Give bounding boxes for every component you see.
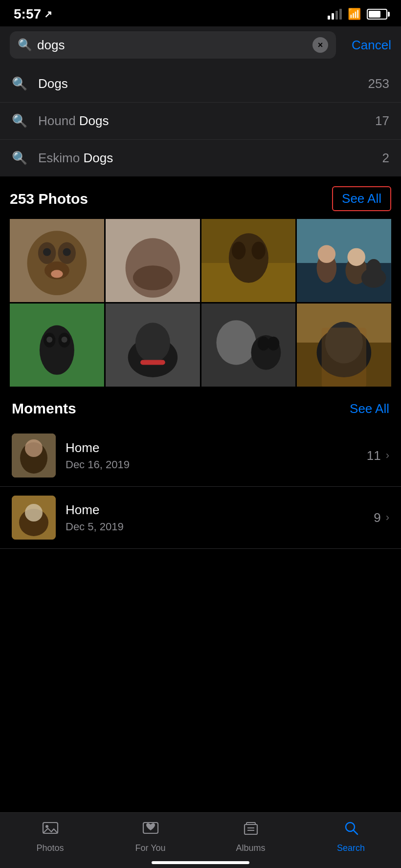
suggestion-count-1: 253 bbox=[368, 76, 389, 91]
cancel-button[interactable]: Cancel bbox=[344, 38, 391, 53]
suggestion-label-1: Dogs bbox=[38, 76, 357, 91]
svg-point-25 bbox=[40, 325, 74, 374]
moment-thumbnail-2 bbox=[12, 496, 56, 540]
battery-icon bbox=[367, 9, 387, 20]
photos-section-title: 253 Photos bbox=[10, 191, 88, 207]
svg-point-35 bbox=[216, 320, 256, 365]
moments-header: Moments See All bbox=[0, 400, 401, 425]
suggestion-label-3: Eskimo Dogs bbox=[38, 151, 372, 166]
moment-info-1: Home Dec 16, 2019 bbox=[66, 440, 357, 471]
photos-section-header: 253 Photos See All bbox=[10, 186, 391, 211]
tab-search[interactable]: Search bbox=[301, 820, 401, 853]
moments-see-all-button[interactable]: See All bbox=[350, 401, 389, 416]
photo-cell-7[interactable] bbox=[201, 304, 296, 387]
tab-photos[interactable]: Photos bbox=[0, 820, 100, 853]
photo-cell-4[interactable] bbox=[297, 219, 391, 302]
moment-item-2[interactable]: Home Dec 5, 2019 9 › bbox=[0, 487, 401, 549]
moment-thumbnail-1 bbox=[12, 434, 56, 477]
for-you-tab-label: For You bbox=[135, 843, 165, 853]
moments-title: Moments bbox=[12, 400, 76, 417]
suggestion-item-dogs[interactable]: 🔍 Dogs 253 bbox=[0, 65, 401, 103]
svg-point-55 bbox=[45, 825, 48, 828]
photos-tab-label: Photos bbox=[36, 843, 64, 853]
search-tab-label: Search bbox=[337, 843, 365, 853]
search-bar[interactable]: 🔍 dogs × bbox=[10, 31, 336, 59]
moment-count-area-1: 11 › bbox=[367, 448, 389, 463]
suggestion-label-2: Hound Dogs bbox=[38, 113, 364, 129]
suggestion-item-eskimo-dogs[interactable]: 🔍 Eskimo Dogs 2 bbox=[0, 140, 401, 176]
photos-section: 253 Photos See All bbox=[0, 176, 401, 387]
tab-for-you[interactable]: For You bbox=[100, 820, 200, 853]
search-clear-button[interactable]: × bbox=[312, 37, 328, 53]
location-icon: ↗ bbox=[44, 8, 52, 20]
chevron-icon-2: › bbox=[386, 511, 389, 524]
photo-grid bbox=[10, 219, 391, 387]
svg-point-53 bbox=[25, 504, 43, 521]
search-tab-icon bbox=[343, 820, 359, 840]
home-indicator bbox=[152, 861, 249, 864]
photo-cell-8[interactable] bbox=[297, 304, 391, 387]
svg-point-14 bbox=[231, 241, 245, 260]
photo-cell-6[interactable] bbox=[106, 304, 200, 387]
wifi-icon: 📶 bbox=[348, 8, 361, 21]
svg-point-15 bbox=[251, 241, 265, 260]
suggestion-count-2: 17 bbox=[375, 113, 389, 129]
svg-point-19 bbox=[318, 245, 336, 263]
chevron-icon-1: › bbox=[386, 449, 389, 462]
svg-point-21 bbox=[348, 248, 366, 266]
moment-name-2: Home bbox=[66, 502, 364, 518]
moment-date-2: Dec 5, 2019 bbox=[66, 521, 364, 533]
svg-point-10 bbox=[133, 265, 173, 290]
svg-point-13 bbox=[228, 233, 268, 282]
suggestion-count-3: 2 bbox=[382, 151, 389, 166]
albums-tab-icon bbox=[243, 820, 259, 840]
svg-rect-33 bbox=[140, 360, 165, 365]
suggestion-search-icon-2: 🔍 bbox=[12, 113, 27, 129]
moment-name-1: Home bbox=[66, 440, 357, 456]
photo-cell-3[interactable] bbox=[201, 219, 296, 302]
signal-bars bbox=[328, 9, 342, 20]
svg-rect-57 bbox=[245, 825, 257, 834]
time-display: 5:57 bbox=[14, 6, 41, 22]
albums-tab-label: Albums bbox=[236, 843, 265, 853]
svg-point-32 bbox=[135, 323, 170, 362]
tab-albums[interactable]: Albums bbox=[200, 820, 301, 853]
moments-section: Moments See All Home Dec 16, 2019 11 › bbox=[0, 387, 401, 549]
photo-cell-1[interactable] bbox=[10, 219, 104, 302]
suggestion-search-icon-3: 🔍 bbox=[12, 151, 27, 166]
svg-rect-58 bbox=[246, 823, 255, 825]
tab-bar: Photos For You Albums Sear bbox=[0, 812, 401, 868]
suggestion-search-icon-1: 🔍 bbox=[12, 76, 27, 91]
svg-point-29 bbox=[62, 337, 67, 343]
status-bar: 5:57 ↗ 📶 bbox=[0, 0, 401, 26]
svg-point-7 bbox=[51, 270, 63, 278]
svg-point-5 bbox=[63, 248, 71, 256]
status-time: 5:57 ↗ bbox=[14, 6, 52, 22]
moment-count-2: 9 bbox=[374, 510, 380, 525]
search-bar-area: 🔍 dogs × Cancel bbox=[0, 26, 401, 65]
suggestions-list: 🔍 Dogs 253 🔍 Hound Dogs 17 🔍 Eskimo Dogs… bbox=[0, 65, 401, 176]
photos-tab-icon bbox=[42, 820, 59, 840]
moment-info-2: Home Dec 5, 2019 bbox=[66, 502, 364, 533]
svg-point-48 bbox=[25, 439, 43, 457]
svg-point-23 bbox=[366, 259, 381, 277]
svg-point-40 bbox=[267, 337, 279, 350]
moment-count-1: 11 bbox=[367, 448, 381, 463]
svg-point-4 bbox=[43, 248, 51, 256]
moment-item-1[interactable]: Home Dec 16, 2019 11 › bbox=[0, 425, 401, 487]
status-icons: 📶 bbox=[328, 8, 387, 21]
svg-point-28 bbox=[46, 337, 52, 343]
photo-cell-5[interactable] bbox=[10, 304, 104, 387]
search-input[interactable]: dogs bbox=[37, 38, 308, 53]
photos-see-all-button[interactable]: See All bbox=[332, 186, 391, 211]
suggestion-item-hound-dogs[interactable]: 🔍 Hound Dogs 17 bbox=[0, 103, 401, 140]
for-you-tab-icon bbox=[142, 820, 159, 840]
moment-count-area-2: 9 › bbox=[374, 510, 389, 525]
photo-cell-2[interactable] bbox=[106, 219, 200, 302]
search-icon: 🔍 bbox=[18, 38, 32, 52]
svg-rect-45 bbox=[322, 327, 366, 387]
svg-line-62 bbox=[354, 830, 357, 834]
moment-date-1: Dec 16, 2019 bbox=[66, 458, 357, 471]
